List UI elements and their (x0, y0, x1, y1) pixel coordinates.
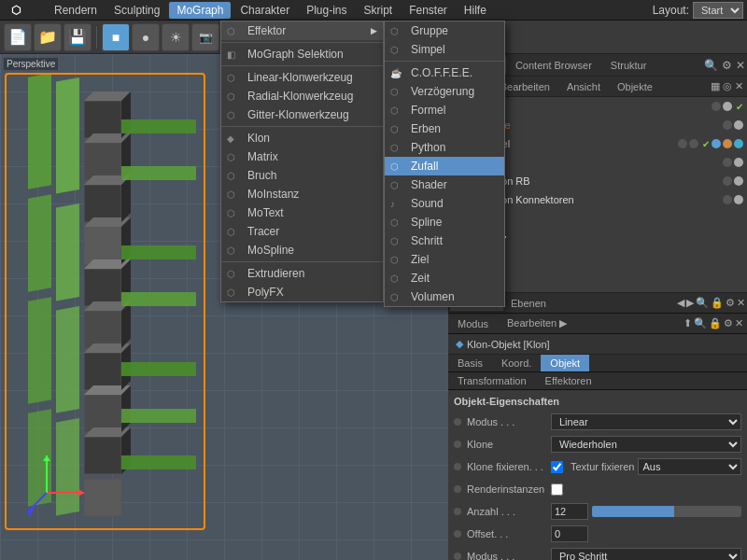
dot[interactable] (723, 176, 732, 186)
tab-objekt[interactable]: Objekt (541, 355, 589, 371)
props-close-icon[interactable]: ✕ (737, 297, 745, 309)
dot[interactable] (734, 139, 743, 148)
menu-hilfe[interactable]: Hilfe (457, 2, 494, 19)
objlist-icon-2[interactable]: ◎ (723, 80, 732, 92)
props-mode-icon-5[interactable]: ✕ (735, 317, 743, 329)
menu-item-tracer[interactable]: ⬡ Tracer (221, 222, 383, 241)
props-mode-bearbeiten[interactable]: Bearbeiten ▶ (498, 315, 576, 331)
toolbar-camera[interactable]: 📷 (191, 23, 219, 51)
menu-item-spline[interactable]: ⬡ Spline (385, 213, 504, 231)
menu-item-zeit[interactable]: ⬡ Zeit (385, 269, 504, 287)
menu-item-bruch[interactable]: ⬡ Bruch (221, 166, 383, 185)
menu-item-effektor[interactable]: ⬡ Effektor (221, 21, 383, 40)
dot[interactable] (712, 102, 721, 111)
dot[interactable] (734, 176, 743, 186)
prop-value-offset[interactable] (551, 525, 588, 542)
dot[interactable] (723, 158, 732, 167)
menu-item-volumen[interactable]: ⬡ Volumen (385, 287, 504, 306)
dot[interactable] (723, 102, 732, 111)
props-settings-icon[interactable]: ⚙ (726, 297, 735, 309)
tab-basis[interactable]: Basis (448, 355, 492, 371)
toolbar-save[interactable]: 💾 (63, 23, 92, 51)
tab-ebenen[interactable]: Ebenen (503, 296, 554, 311)
props-search-icon[interactable]: 🔍 (696, 297, 709, 309)
prop-value-klone[interactable]: Wiederholen (551, 436, 741, 453)
menu-item-formel[interactable]: ⬡ Formel (385, 101, 504, 119)
search-icon[interactable]: 🔍 (704, 59, 718, 72)
prop-value-textur-fix[interactable]: Aus (638, 458, 741, 475)
prop-checkbox-renderinstanzen[interactable] (551, 483, 563, 496)
menu-item-klon[interactable]: ◆ Klon (221, 129, 383, 147)
menu-item-polyfx[interactable]: ⬡ PolyFX (221, 283, 383, 301)
objlist-tab-objekte[interactable]: Objekte (610, 79, 660, 94)
menu-item-linear-klon[interactable]: ⬡ Linear-Klonwerkzeug (221, 68, 383, 87)
menu-item-mospline[interactable]: ⬡ MoSpline (221, 241, 383, 259)
menu-simulieren[interactable] (30, 8, 45, 12)
props-lock-icon[interactable]: 🔒 (711, 297, 724, 309)
props-mode-icon-4[interactable]: ⚙ (724, 317, 733, 329)
layout-select[interactable]: Start (693, 2, 743, 19)
prop-slider-anzahl[interactable] (592, 506, 741, 517)
menu-plugins[interactable]: Plug-ins (299, 2, 354, 19)
props-mode-icon-2[interactable]: 🔍 (694, 317, 707, 329)
effektor-dropdown[interactable]: ⬡ Gruppe ⬡ Simpel ☕ C.O.F.F.E.E. ⬡ Verzö… (384, 21, 505, 307)
dot[interactable] (734, 158, 743, 167)
menu-mograph[interactable]: MoGraph (169, 2, 231, 19)
menu-item-erben[interactable]: ⬡ Erben (385, 119, 504, 138)
menu-fenster[interactable]: Fenster (402, 2, 455, 19)
menu-item-coffee[interactable]: ☕ C.O.F.F.E.E. (385, 63, 504, 82)
menu-item-radial-klon[interactable]: ⬡ Radial-Klonwerkzeug (221, 87, 383, 105)
menu-item-extrudieren[interactable]: ⬡ Extrudieren (221, 264, 383, 283)
menu-sculpting[interactable]: Sculpting (106, 2, 167, 19)
menu-item-mograph-selektion[interactable]: ◧ MoGraph Selektion (221, 45, 383, 63)
menu-item-sound[interactable]: ♪ Sound (385, 194, 504, 213)
dot[interactable] (723, 195, 732, 204)
props-icon-1[interactable]: ◀ (677, 297, 684, 309)
menu-item-zufall[interactable]: ⬡ Zufall (385, 157, 504, 175)
prop-value-modus[interactable]: Linear (551, 413, 741, 430)
objlist-icon-1[interactable]: ▦ (711, 80, 720, 92)
settings-icon[interactable]: ⚙ (722, 59, 732, 72)
dot[interactable] (723, 139, 732, 148)
dot[interactable] (734, 195, 743, 204)
toolbar-new[interactable]: 📄 (4, 23, 32, 51)
menu-item-shader[interactable]: ⬡ Shader (385, 175, 504, 194)
objlist-tab-ansicht[interactable]: Ansicht (559, 79, 608, 94)
props-mode-modus[interactable]: Modus (448, 316, 498, 331)
menu-item-python[interactable]: ⬡ Python (385, 138, 504, 157)
close-icon[interactable]: ✕ (736, 59, 745, 72)
menu-logo[interactable]: ⬡ (4, 2, 28, 19)
tab-content-browser[interactable]: Content Browser (506, 57, 601, 74)
tab-koord[interactable]: Koord. (492, 355, 541, 371)
tab-struktur[interactable]: Struktur (601, 57, 656, 74)
menu-item-ziel[interactable]: ⬡ Ziel (385, 250, 504, 269)
toolbar-light[interactable]: ☀ (162, 23, 190, 51)
menu-skript[interactable]: Skript (356, 2, 400, 19)
toolbar-open[interactable]: 📁 (34, 23, 62, 51)
menu-item-gitter-klon[interactable]: ⬡ Gitter-Klonwerkzeug (221, 105, 383, 124)
prop-value-modus2[interactable]: Pro Schritt (551, 548, 741, 560)
menu-charakter[interactable]: Charakter (233, 2, 297, 19)
menu-item-simpel[interactable]: ⬡ Simpel (385, 40, 504, 59)
dot[interactable] (689, 139, 698, 148)
dot[interactable] (678, 139, 687, 148)
menu-item-moinstanz[interactable]: ⬡ MoInstanz (221, 185, 383, 203)
props-mode-icon-3[interactable]: 🔒 (709, 317, 722, 329)
menu-item-verzogerung[interactable]: ⬡ Verzögerung (385, 82, 504, 101)
menu-rendern[interactable]: Rendern (47, 2, 105, 19)
menu-item-motext[interactable]: ⬡ MoText (221, 203, 383, 222)
props-icon-2[interactable]: ▶ (686, 297, 694, 309)
prop-value-anzahl[interactable] (551, 503, 588, 520)
menu-item-gruppe[interactable]: ⬡ Gruppe (385, 21, 504, 40)
menu-item-matrix[interactable]: ⬡ Matrix (221, 147, 383, 166)
dot[interactable] (723, 120, 732, 130)
dot[interactable] (734, 120, 743, 130)
tab-effektoren[interactable]: Effektoren (536, 372, 601, 389)
objlist-icon-3[interactable]: ✕ (735, 80, 743, 92)
tab-transformation[interactable]: Transformation (448, 372, 536, 389)
props-mode-icon-1[interactable]: ⬆ (684, 317, 692, 329)
toolbar-sphere[interactable]: ● (132, 23, 160, 51)
mograph-dropdown[interactable]: ⬡ Effektor ◧ MoGraph Selektion ⬡ Linear-… (220, 21, 384, 302)
prop-checkbox-klone-fix[interactable] (551, 461, 563, 473)
menu-item-schritt[interactable]: ⬡ Schritt (385, 231, 504, 250)
